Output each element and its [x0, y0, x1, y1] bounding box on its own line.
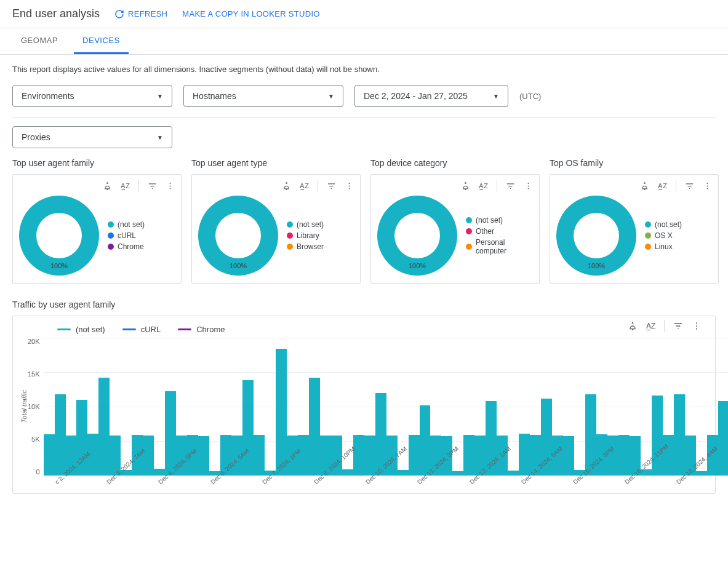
refresh-button[interactable]: REFRESH [114, 9, 167, 19]
toolbar-separator [497, 180, 497, 192]
y-tick: 0 [28, 468, 40, 475]
filter-icon[interactable] [673, 321, 683, 331]
svg-point-10 [707, 185, 708, 186]
legend-dot [645, 244, 651, 250]
divider [12, 117, 716, 117]
chart-toolbar: A̲Z [628, 320, 702, 332]
svg-point-4 [349, 185, 350, 186]
card-title: Top user agent family [12, 158, 182, 168]
legend-item: Chrome [178, 325, 225, 334]
legend-item: (not set) [466, 216, 533, 225]
legend-label: (not set) [76, 325, 105, 334]
legend-swatch [178, 328, 191, 330]
filter-icon[interactable] [685, 181, 694, 191]
proxies-label: Proxies [22, 132, 50, 142]
svg-point-6 [528, 183, 529, 184]
donut-card: A̲Z 100% (not set)LibraryBrowser [191, 174, 361, 284]
alert-icon[interactable] [640, 181, 649, 191]
legend-dot [108, 221, 114, 228]
caret-down-icon: ▼ [157, 93, 163, 100]
legend-label: OS X [655, 231, 673, 240]
legend-item: (not set) [287, 220, 324, 229]
tab-geomap[interactable]: GEOMAP [12, 28, 66, 54]
legend-item: Other [466, 227, 533, 236]
legend-label: cURL [118, 231, 136, 240]
alert-icon[interactable] [628, 321, 638, 331]
filter-icon[interactable] [327, 181, 336, 191]
legend-dot [645, 221, 651, 228]
toolbar-separator [138, 180, 139, 192]
legend-label: (not set) [476, 216, 503, 225]
traffic-plot: Total traffic 20K15K10K5K0 [20, 338, 728, 475]
environments-dropdown[interactable]: Environments ▼ [12, 85, 172, 107]
caret-down-icon: ▼ [328, 93, 334, 100]
donut-card: A̲Z 100% (not set)OtherPersonal computer [370, 174, 540, 284]
alert-icon[interactable] [282, 181, 291, 191]
sort-az-icon[interactable]: A̲Z [658, 182, 667, 190]
legend-label: Chrome [118, 242, 144, 251]
svg-point-11 [707, 188, 708, 189]
donut-percent: 100% [230, 262, 247, 269]
more-vert-icon[interactable] [703, 181, 712, 191]
refresh-icon [114, 9, 124, 19]
filter-icon[interactable] [148, 181, 157, 191]
hostnames-dropdown[interactable]: Hostnames ▼ [183, 85, 343, 107]
legend-dot [287, 244, 293, 250]
legend-item: Linux [645, 242, 682, 251]
page-title: End user analysis [12, 7, 100, 20]
donut-percent: 100% [409, 262, 426, 269]
legend-label: (not set) [118, 220, 145, 229]
report-description: This report displays active values for a… [12, 65, 716, 74]
filter-icon[interactable] [506, 181, 515, 191]
sort-az-icon[interactable]: A̲Z [121, 182, 130, 190]
legend-label: Other [476, 227, 494, 236]
proxies-dropdown[interactable]: Proxies ▼ [12, 126, 172, 148]
legend-item: Chrome [108, 242, 145, 251]
utc-label: (UTC) [519, 92, 541, 101]
toolbar-separator [676, 180, 676, 192]
legend-label: Library [297, 231, 319, 240]
donut-chart: 100% [198, 196, 278, 276]
legend-item: (not set) [645, 220, 682, 229]
sort-az-icon[interactable]: A̲Z [646, 322, 655, 330]
more-vert-icon[interactable] [345, 181, 354, 191]
alert-icon[interactable] [461, 181, 470, 191]
more-vert-icon[interactable] [692, 321, 702, 331]
date-range-dropdown[interactable]: Dec 2, 2024 - Jan 27, 2025 ▼ [354, 85, 508, 107]
donut-legend: (not set)cURLChrome [108, 220, 145, 251]
filter-row-2: Proxies ▼ [12, 126, 716, 148]
svg-point-1 [170, 185, 171, 186]
legend-label: Linux [655, 242, 673, 251]
y-axis-label: Total traffic [20, 390, 28, 423]
legend-dot [645, 233, 651, 239]
card-title: Top OS family [550, 158, 719, 168]
legend-swatch [122, 328, 136, 330]
more-vert-icon[interactable] [166, 181, 175, 191]
tab-bar: GEOMAP DEVICES [0, 28, 728, 55]
donut-percent: 100% [50, 262, 68, 269]
traffic-chart-card: A̲Z (not set)cURLChrome Total traffic 20… [12, 316, 716, 494]
legend-dot [466, 217, 472, 223]
y-tick: 10K [28, 403, 40, 410]
svg-point-3 [349, 183, 350, 184]
svg-point-12 [696, 322, 697, 324]
legend-dot [287, 233, 293, 239]
sort-az-icon[interactable]: A̲Z [300, 182, 309, 190]
legend-dot [108, 244, 114, 250]
tab-devices[interactable]: DEVICES [74, 28, 129, 54]
make-copy-button[interactable]: MAKE A COPY IN LOOKER STUDIO [182, 9, 319, 18]
svg-point-13 [696, 325, 697, 327]
legend-label: cURL [141, 325, 161, 334]
refresh-label: REFRESH [128, 9, 167, 18]
legend-label: (not set) [655, 220, 682, 229]
more-vert-icon[interactable] [524, 181, 533, 191]
card-toolbar: A̲Z [198, 180, 354, 192]
legend-label: (not set) [297, 220, 324, 229]
svg-point-9 [707, 183, 708, 184]
alert-icon[interactable] [103, 181, 112, 191]
legend-dot [466, 228, 472, 234]
y-tick: 15K [28, 370, 40, 378]
y-axis-ticks: 20K15K10K5K0 [28, 338, 42, 475]
date-range-label: Dec 2, 2024 - Jan 27, 2025 [364, 91, 468, 101]
sort-az-icon[interactable]: A̲Z [479, 182, 488, 190]
